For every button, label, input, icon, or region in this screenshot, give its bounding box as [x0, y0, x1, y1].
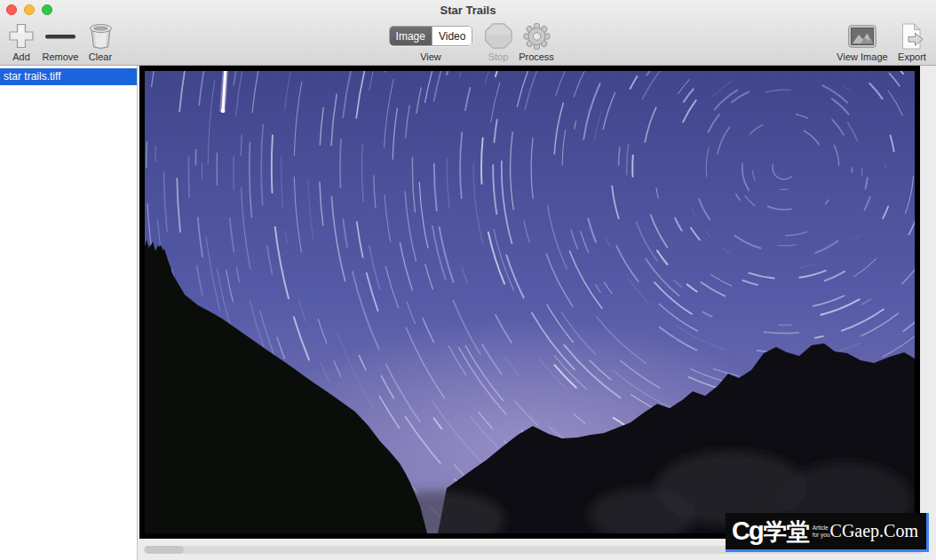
- watermark-cjk-text: 学堂: [764, 520, 810, 543]
- image-video-segment: Image Video: [389, 26, 473, 46]
- sidebar-item-file[interactable]: star trails.tiff: [0, 68, 137, 85]
- export-label: Export: [898, 51, 926, 62]
- minus-icon: [44, 22, 76, 50]
- trash-icon: [89, 22, 113, 50]
- star-trails-photo: [145, 71, 915, 533]
- view-segmented-control: Image Video View: [388, 20, 473, 62]
- titlebar-toolbar: Star Trails Add Remove: [0, 0, 936, 66]
- view-image-label: View Image: [837, 51, 887, 62]
- gear-icon: [523, 22, 551, 50]
- plus-icon: [8, 22, 35, 50]
- segment-video[interactable]: Video: [432, 27, 472, 45]
- export-document-icon: [900, 22, 924, 50]
- octagon-stop-icon: [485, 22, 512, 50]
- remove-label: Remove: [43, 51, 79, 62]
- view-label: View: [420, 51, 441, 62]
- window-title: Star Trails: [0, 4, 936, 17]
- watermark-tagline: Article for you: [813, 525, 830, 539]
- stop-button[interactable]: Stop: [480, 20, 516, 62]
- watermark-logo: Cg: [732, 518, 763, 544]
- segment-image[interactable]: Image: [390, 27, 432, 45]
- file-list-sidebar: star trails.tiff: [0, 66, 138, 560]
- export-button[interactable]: Export: [892, 20, 932, 62]
- file-name: star trails.tiff: [4, 70, 60, 83]
- remove-button[interactable]: Remove: [39, 20, 82, 62]
- add-label: Add: [12, 51, 30, 62]
- clear-button[interactable]: Clear: [82, 20, 119, 62]
- process-button[interactable]: Process: [516, 20, 557, 62]
- add-button[interactable]: Add: [4, 20, 39, 62]
- app-window: Star Trails Add Remove: [0, 0, 936, 560]
- view-image-button[interactable]: View Image: [834, 20, 891, 62]
- watermark-site: CGaep.Com: [830, 521, 920, 541]
- process-label: Process: [519, 51, 554, 62]
- watermark-banner: Cg 学堂 Article for you CGaep.Com: [726, 513, 929, 552]
- picture-icon: [848, 22, 877, 50]
- stop-label: Stop: [488, 51, 509, 62]
- image-canvas-frame: [139, 66, 920, 539]
- clear-label: Clear: [89, 51, 112, 62]
- horizontal-scrollbar-thumb[interactable]: [145, 546, 184, 554]
